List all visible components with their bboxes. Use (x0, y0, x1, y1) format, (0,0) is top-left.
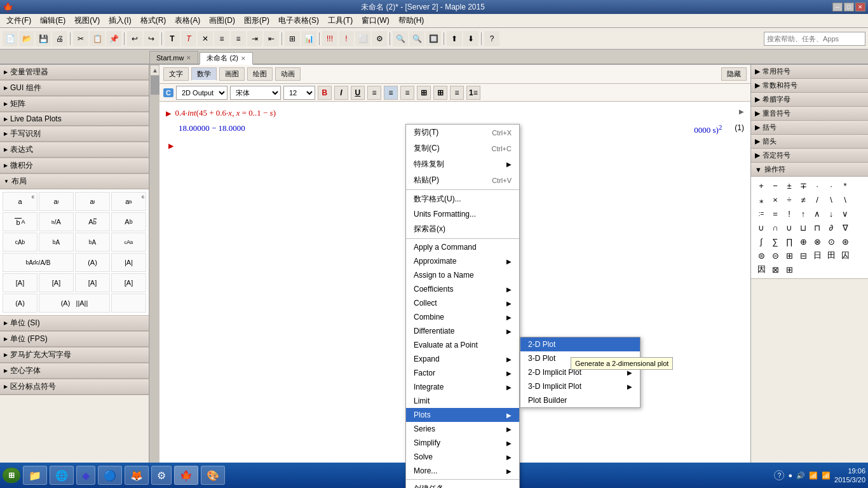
op-slash[interactable]: / (811, 193, 824, 206)
sidebar-header-punct[interactable]: ▶ 区分标点符号 (0, 379, 149, 395)
table-btn[interactable]: ⊞ (417, 86, 431, 100)
op-otimes[interactable]: ⊗ (811, 235, 824, 248)
italic-btn[interactable]: I (334, 86, 348, 100)
ctx-paste[interactable]: 粘贴(P) Ctrl+V (406, 172, 519, 188)
copy-btn[interactable]: 📋 (90, 31, 105, 46)
menu-format[interactable]: 格式(R) (137, 14, 170, 27)
paste-btn[interactable]: 📌 (106, 31, 121, 46)
ctx-evalpt[interactable]: Evaluate at a Point (406, 338, 519, 352)
scroll-up-arrow[interactable]: ▲ (150, 65, 159, 76)
zoom-page-btn[interactable]: 🔲 (426, 31, 441, 46)
op-boxplus[interactable]: ⊞ (783, 263, 796, 276)
layout-sym-15[interactable]: |A| (111, 253, 146, 272)
layout-sym-14[interactable]: (A) (75, 253, 110, 272)
op-plus[interactable]: + (755, 179, 768, 192)
op-sum[interactable]: ∑ (769, 235, 782, 248)
menu-draw[interactable]: 画图(D) (205, 14, 239, 27)
right-header-negate[interactable]: ▶ 否定符号 (751, 149, 868, 163)
undo-btn[interactable]: ↩ (127, 31, 142, 46)
style-select[interactable]: 2D Output (176, 86, 227, 100)
zoom-out-btn[interactable]: 🔍 (409, 31, 424, 46)
math-btn[interactable]: T (181, 31, 196, 46)
sidebar-header-hollow[interactable]: ▶ 空心字体 (0, 363, 149, 379)
layout-sym-4[interactable]: acb (111, 192, 146, 211)
layout-sym-12[interactable]: cAb (111, 233, 146, 252)
op-bslash[interactable]: \ (825, 193, 837, 206)
close-btn[interactable]: ✕ (855, 3, 865, 11)
ctx-special-copy[interactable]: 特殊复制 ▶ (406, 156, 519, 172)
op-oplus[interactable]: ⊕ (797, 235, 810, 248)
help-btn[interactable]: ? (484, 31, 499, 46)
layout-sym-20[interactable]: (A) (3, 294, 37, 313)
layout-sym-5[interactable]: bA (3, 212, 37, 231)
align-right-btn[interactable]: ≡ (400, 86, 414, 100)
size-select[interactable]: 12 (283, 86, 315, 100)
op-ominus2[interactable]: ⊟ (797, 249, 810, 262)
op-vee[interactable]: ∨ (839, 207, 851, 220)
op-wedge[interactable]: ∧ (811, 207, 824, 220)
layout-sym-19[interactable]: [A] (111, 273, 146, 292)
op-minus[interactable]: − (769, 179, 782, 192)
sidebar-header-live[interactable]: ▶ Live Data Plots (0, 112, 149, 126)
op-pm[interactable]: ± (783, 179, 796, 192)
ctx-integrate[interactable]: Integrate ▶ (406, 380, 519, 394)
op-sqcap[interactable]: ⊓ (811, 221, 824, 234)
op-odot[interactable]: ⊙ (825, 235, 837, 248)
op-assign[interactable]: := (755, 207, 768, 220)
hide-button[interactable]: 隐藏 (721, 67, 747, 81)
ctx-plots[interactable]: Plots ▶ (406, 408, 519, 422)
ctx-cut[interactable]: 剪切(T) Ctrl+X (406, 125, 519, 140)
text-btn[interactable]: T (165, 31, 180, 46)
content-tab-text[interactable]: 文字 (163, 67, 189, 81)
ctx-apply[interactable]: Apply a Command (406, 240, 519, 254)
ctx-solve[interactable]: Solve ▶ (406, 450, 519, 464)
op-mp[interactable]: ∓ (797, 179, 810, 192)
sidebar-header-handwriting[interactable]: ▶ 手写识别 (0, 126, 149, 142)
op-nabla[interactable]: ∇ (839, 221, 851, 234)
op-div[interactable]: ÷ (783, 193, 796, 206)
ctx-coeff[interactable]: Coefficients ▶ (406, 282, 519, 296)
indent-btn[interactable]: ⇥ (247, 31, 262, 46)
op-cap[interactable]: ∩ (769, 221, 782, 234)
ctx-combine[interactable]: Combine ▶ (406, 310, 519, 324)
taskbar-maple[interactable]: 🍁 (174, 466, 198, 485)
op-times[interactable]: × (769, 193, 782, 206)
ctx-simplify[interactable]: Simplify ▶ (406, 436, 519, 450)
sidebar-header-fps[interactable]: ▶ 单位 (FPS) (0, 332, 149, 347)
ctx-copy[interactable]: 复制(C) Ctrl+C (406, 140, 519, 156)
tab-unnamed[interactable]: 未命名 (2) ✕ (200, 52, 253, 65)
op-sqcup[interactable]: ⊔ (797, 221, 810, 234)
right-header-constants[interactable]: ▶ 常数和符号 (751, 79, 868, 93)
menu-insert[interactable]: 插入(I) (105, 14, 135, 27)
op-boxtimes[interactable]: ⊠ (769, 263, 782, 276)
ctx-more[interactable]: More... ▶ (406, 464, 519, 478)
sidebar-header-calculus[interactable]: ▶ 微积分 (0, 158, 149, 173)
op-oeq[interactable]: ⊜ (755, 249, 768, 262)
open-btn[interactable]: 📂 (19, 31, 34, 46)
print-btn[interactable]: 🖨 (52, 31, 67, 46)
menu-view[interactable]: 视图(V) (71, 14, 104, 27)
layout-sym-3[interactable]: ai (75, 192, 110, 211)
sidebar-header-gui[interactable]: ▶ GUI 组件 (0, 81, 149, 96)
layout-sym-8[interactable]: Ab (111, 212, 146, 231)
layout-sym-22[interactable] (111, 294, 146, 313)
op-because[interactable]: 因 (755, 263, 768, 276)
save-btn[interactable]: 💾 (36, 31, 51, 46)
ctx-limit[interactable]: Limit (406, 394, 519, 408)
maximize-btn[interactable]: □ (844, 3, 854, 11)
taskbar-chrome[interactable]: 🔵 (98, 466, 122, 485)
search-input[interactable] (764, 32, 865, 46)
taskbar-explorer[interactable]: 📁 (23, 466, 47, 485)
export-btn[interactable]: ⬆ (447, 31, 462, 46)
tab-start-close[interactable]: ✕ (186, 55, 191, 61)
execute-btn[interactable]: !!! (322, 31, 337, 46)
settings-btn[interactable]: ⚙ (372, 31, 387, 46)
tray-help[interactable]: ? (774, 470, 784, 480)
op-eq[interactable]: = (769, 207, 782, 220)
ctx-unitsfmt[interactable]: Units Formatting... (406, 207, 519, 221)
op-prod[interactable]: ∏ (783, 235, 796, 248)
stop-btn[interactable]: ⬜ (355, 31, 370, 46)
align-left-btn[interactable]: ≡ (214, 31, 229, 46)
sidebar-header-si[interactable]: ▶ 单位 (SI) (0, 316, 149, 331)
op-partial[interactable]: ∂ (825, 221, 837, 234)
